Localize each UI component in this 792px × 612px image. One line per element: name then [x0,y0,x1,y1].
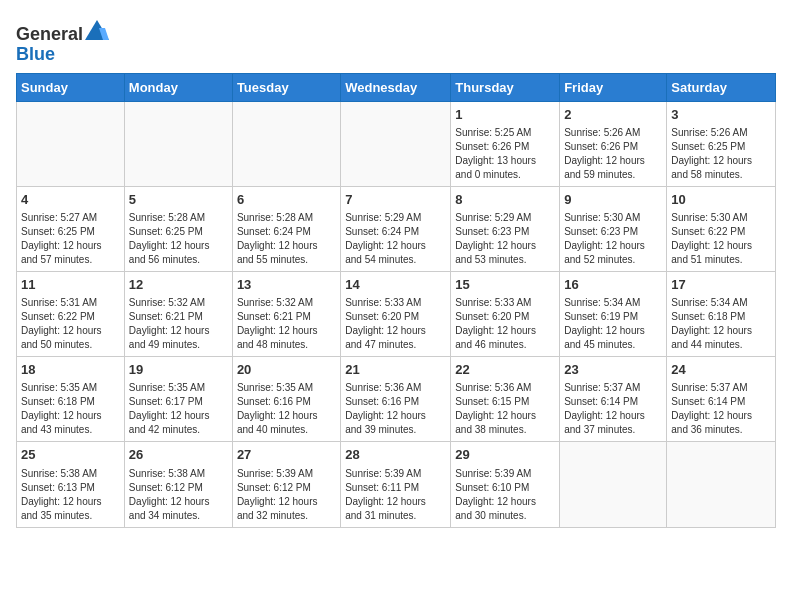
day-info: Sunrise: 5:25 AM Sunset: 6:26 PM Dayligh… [455,126,555,182]
calendar-cell: 10Sunrise: 5:30 AM Sunset: 6:22 PM Dayli… [667,186,776,271]
day-number: 11 [21,276,120,294]
day-info: Sunrise: 5:29 AM Sunset: 6:23 PM Dayligh… [455,211,555,267]
day-info: Sunrise: 5:32 AM Sunset: 6:21 PM Dayligh… [129,296,228,352]
calendar-cell: 29Sunrise: 5:39 AM Sunset: 6:10 PM Dayli… [451,442,560,527]
calendar-cell: 20Sunrise: 5:35 AM Sunset: 6:16 PM Dayli… [232,357,340,442]
calendar-cell: 26Sunrise: 5:38 AM Sunset: 6:12 PM Dayli… [124,442,232,527]
calendar-cell: 13Sunrise: 5:32 AM Sunset: 6:21 PM Dayli… [232,271,340,356]
calendar-cell [667,442,776,527]
calendar-cell: 3Sunrise: 5:26 AM Sunset: 6:25 PM Daylig… [667,101,776,186]
page-header: General Blue [16,16,776,65]
calendar-cell: 2Sunrise: 5:26 AM Sunset: 6:26 PM Daylig… [560,101,667,186]
day-info: Sunrise: 5:26 AM Sunset: 6:25 PM Dayligh… [671,126,771,182]
day-number: 23 [564,361,662,379]
logo: General Blue [16,20,109,65]
day-number: 8 [455,191,555,209]
day-info: Sunrise: 5:38 AM Sunset: 6:12 PM Dayligh… [129,467,228,523]
day-info: Sunrise: 5:34 AM Sunset: 6:19 PM Dayligh… [564,296,662,352]
day-number: 26 [129,446,228,464]
calendar-cell: 24Sunrise: 5:37 AM Sunset: 6:14 PM Dayli… [667,357,776,442]
day-number: 25 [21,446,120,464]
week-row-1: 1Sunrise: 5:25 AM Sunset: 6:26 PM Daylig… [17,101,776,186]
day-info: Sunrise: 5:28 AM Sunset: 6:24 PM Dayligh… [237,211,336,267]
day-info: Sunrise: 5:28 AM Sunset: 6:25 PM Dayligh… [129,211,228,267]
day-number: 12 [129,276,228,294]
week-row-5: 25Sunrise: 5:38 AM Sunset: 6:13 PM Dayli… [17,442,776,527]
day-number: 18 [21,361,120,379]
calendar-cell [124,101,232,186]
day-number: 3 [671,106,771,124]
week-row-4: 18Sunrise: 5:35 AM Sunset: 6:18 PM Dayli… [17,357,776,442]
day-header-tuesday: Tuesday [232,73,340,101]
calendar-cell: 14Sunrise: 5:33 AM Sunset: 6:20 PM Dayli… [341,271,451,356]
calendar-cell: 12Sunrise: 5:32 AM Sunset: 6:21 PM Dayli… [124,271,232,356]
day-number: 1 [455,106,555,124]
day-number: 7 [345,191,446,209]
day-number: 21 [345,361,446,379]
calendar-cell: 22Sunrise: 5:36 AM Sunset: 6:15 PM Dayli… [451,357,560,442]
calendar-cell: 8Sunrise: 5:29 AM Sunset: 6:23 PM Daylig… [451,186,560,271]
calendar-cell: 4Sunrise: 5:27 AM Sunset: 6:25 PM Daylig… [17,186,125,271]
calendar-cell: 1Sunrise: 5:25 AM Sunset: 6:26 PM Daylig… [451,101,560,186]
day-info: Sunrise: 5:33 AM Sunset: 6:20 PM Dayligh… [455,296,555,352]
day-header-monday: Monday [124,73,232,101]
calendar-cell: 25Sunrise: 5:38 AM Sunset: 6:13 PM Dayli… [17,442,125,527]
calendar-cell: 27Sunrise: 5:39 AM Sunset: 6:12 PM Dayli… [232,442,340,527]
day-info: Sunrise: 5:39 AM Sunset: 6:12 PM Dayligh… [237,467,336,523]
calendar-cell [560,442,667,527]
calendar-cell: 6Sunrise: 5:28 AM Sunset: 6:24 PM Daylig… [232,186,340,271]
week-row-3: 11Sunrise: 5:31 AM Sunset: 6:22 PM Dayli… [17,271,776,356]
day-number: 5 [129,191,228,209]
day-info: Sunrise: 5:29 AM Sunset: 6:24 PM Dayligh… [345,211,446,267]
calendar-cell [232,101,340,186]
day-number: 24 [671,361,771,379]
day-info: Sunrise: 5:31 AM Sunset: 6:22 PM Dayligh… [21,296,120,352]
calendar-table: SundayMondayTuesdayWednesdayThursdayFrid… [16,73,776,528]
calendar-cell: 16Sunrise: 5:34 AM Sunset: 6:19 PM Dayli… [560,271,667,356]
day-number: 2 [564,106,662,124]
day-number: 22 [455,361,555,379]
day-info: Sunrise: 5:33 AM Sunset: 6:20 PM Dayligh… [345,296,446,352]
logo-icon [85,20,109,40]
day-number: 19 [129,361,228,379]
calendar-cell [341,101,451,186]
day-info: Sunrise: 5:38 AM Sunset: 6:13 PM Dayligh… [21,467,120,523]
calendar-cell: 11Sunrise: 5:31 AM Sunset: 6:22 PM Dayli… [17,271,125,356]
day-number: 15 [455,276,555,294]
calendar-cell: 18Sunrise: 5:35 AM Sunset: 6:18 PM Dayli… [17,357,125,442]
calendar-cell: 28Sunrise: 5:39 AM Sunset: 6:11 PM Dayli… [341,442,451,527]
day-number: 14 [345,276,446,294]
day-info: Sunrise: 5:37 AM Sunset: 6:14 PM Dayligh… [564,381,662,437]
day-number: 9 [564,191,662,209]
day-number: 29 [455,446,555,464]
day-number: 17 [671,276,771,294]
day-info: Sunrise: 5:35 AM Sunset: 6:16 PM Dayligh… [237,381,336,437]
calendar-cell: 9Sunrise: 5:30 AM Sunset: 6:23 PM Daylig… [560,186,667,271]
week-row-2: 4Sunrise: 5:27 AM Sunset: 6:25 PM Daylig… [17,186,776,271]
calendar-cell: 5Sunrise: 5:28 AM Sunset: 6:25 PM Daylig… [124,186,232,271]
day-number: 16 [564,276,662,294]
day-info: Sunrise: 5:26 AM Sunset: 6:26 PM Dayligh… [564,126,662,182]
day-info: Sunrise: 5:34 AM Sunset: 6:18 PM Dayligh… [671,296,771,352]
day-info: Sunrise: 5:32 AM Sunset: 6:21 PM Dayligh… [237,296,336,352]
day-info: Sunrise: 5:35 AM Sunset: 6:17 PM Dayligh… [129,381,228,437]
day-info: Sunrise: 5:39 AM Sunset: 6:11 PM Dayligh… [345,467,446,523]
calendar-cell: 21Sunrise: 5:36 AM Sunset: 6:16 PM Dayli… [341,357,451,442]
logo-blue: Blue [16,44,55,64]
day-header-saturday: Saturday [667,73,776,101]
logo-general: General [16,24,83,44]
day-header-wednesday: Wednesday [341,73,451,101]
day-info: Sunrise: 5:30 AM Sunset: 6:23 PM Dayligh… [564,211,662,267]
day-number: 10 [671,191,771,209]
day-info: Sunrise: 5:36 AM Sunset: 6:16 PM Dayligh… [345,381,446,437]
day-info: Sunrise: 5:37 AM Sunset: 6:14 PM Dayligh… [671,381,771,437]
calendar-header-row: SundayMondayTuesdayWednesdayThursdayFrid… [17,73,776,101]
day-number: 20 [237,361,336,379]
day-header-thursday: Thursday [451,73,560,101]
day-header-friday: Friday [560,73,667,101]
day-number: 27 [237,446,336,464]
calendar-cell: 15Sunrise: 5:33 AM Sunset: 6:20 PM Dayli… [451,271,560,356]
day-info: Sunrise: 5:35 AM Sunset: 6:18 PM Dayligh… [21,381,120,437]
calendar-cell: 17Sunrise: 5:34 AM Sunset: 6:18 PM Dayli… [667,271,776,356]
calendar-cell: 23Sunrise: 5:37 AM Sunset: 6:14 PM Dayli… [560,357,667,442]
